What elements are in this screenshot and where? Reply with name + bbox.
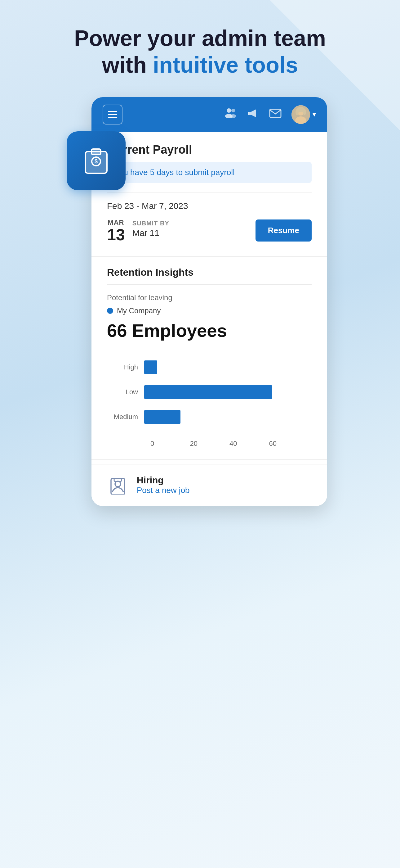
chart-label-medium: Medium xyxy=(110,413,144,421)
submit-label: SUBMIT BY xyxy=(132,220,169,227)
svg-marker-8 xyxy=(249,109,256,117)
svg-point-6 xyxy=(231,108,235,113)
employee-count: 66 Employees xyxy=(107,320,312,341)
payroll-alert: You have 5 days to submit payroll xyxy=(107,162,312,183)
bar-high xyxy=(144,361,157,374)
card-container: $ xyxy=(73,97,327,506)
bar-low xyxy=(144,385,272,399)
payroll-date-range: Feb 23 - Mar 7, 2023 xyxy=(107,201,312,211)
bar-wrapper-medium xyxy=(144,410,308,424)
x-label-20: 20 xyxy=(190,440,230,448)
hiring-row: Hiring Post a new job xyxy=(107,474,312,496)
payroll-alert-text: You have 5 days to submit payroll xyxy=(114,168,304,177)
hero-line1: Power your admin team xyxy=(74,26,326,51)
hiring-title: Hiring xyxy=(137,475,190,486)
x-label-60: 60 xyxy=(269,440,309,448)
hero-line2: with xyxy=(102,53,153,77)
potential-label: Potential for leaving xyxy=(107,293,312,302)
svg-point-18 xyxy=(115,481,121,487)
main-card: ▾ Current Payroll You have 5 days to sub… xyxy=(92,97,327,506)
retention-section: Retention Insights Potential for leaving… xyxy=(92,256,327,460)
chart-row-medium: Medium xyxy=(110,410,308,424)
mail-icon[interactable] xyxy=(269,108,281,121)
bar-medium xyxy=(144,410,180,424)
date-number: MAR 13 xyxy=(107,219,125,243)
chart-label-low: Low xyxy=(110,388,144,396)
svg-rect-19 xyxy=(114,478,122,482)
payroll-title: Current Payroll xyxy=(107,143,312,156)
company-indicator: My Company xyxy=(107,306,312,315)
submit-info: SUBMIT BY Mar 11 xyxy=(132,219,169,238)
retention-body: Potential for leaving My Company 66 Empl… xyxy=(92,285,327,460)
people-icon[interactable] xyxy=(225,107,237,122)
chart-row-low: Low xyxy=(110,385,308,399)
chart-x-axis: 0 20 40 60 xyxy=(151,435,308,448)
svg-rect-1 xyxy=(92,149,101,155)
svg-text:$: $ xyxy=(95,158,98,164)
hiring-section: Hiring Post a new job xyxy=(92,464,327,506)
hero-accent: intuitive tools xyxy=(153,53,298,77)
hamburger-button[interactable] xyxy=(103,104,123,124)
header-bar: ▾ xyxy=(92,97,327,132)
hamburger-line xyxy=(108,117,117,118)
payroll-dates: Feb 23 - Mar 7, 2023 MAR 13 SUBMIT BY Ma… xyxy=(92,192,327,252)
chart-row-high: High xyxy=(110,361,308,374)
resume-button[interactable]: Resume xyxy=(256,219,312,242)
avatar-container[interactable]: ▾ xyxy=(292,105,316,124)
payroll-meta: MAR 13 SUBMIT BY Mar 11 xyxy=(107,219,169,243)
retention-header: Retention Insights xyxy=(92,257,327,284)
post-new-job-link[interactable]: Post a new job xyxy=(137,486,190,495)
hero-heading: Power your admin team with intuitive too… xyxy=(74,25,326,79)
header-icons: ▾ xyxy=(225,105,316,124)
payroll-section: Current Payroll You have 5 days to submi… xyxy=(92,132,327,192)
chart-divider xyxy=(107,351,312,351)
svg-point-15 xyxy=(296,109,299,115)
bar-wrapper-high xyxy=(144,361,308,374)
x-label-40: 40 xyxy=(229,440,269,448)
hamburger-line xyxy=(108,111,117,112)
date-month: MAR xyxy=(108,219,124,227)
submit-date: Mar 11 xyxy=(132,228,169,238)
x-label-0: 0 xyxy=(151,440,190,448)
avatar-dropdown-arrow: ▾ xyxy=(312,111,316,119)
hamburger-line xyxy=(108,114,117,115)
retention-title: Retention Insights xyxy=(107,267,312,278)
svg-point-7 xyxy=(230,114,236,118)
svg-point-4 xyxy=(227,108,231,113)
payroll-floating-icon: $ xyxy=(67,131,126,190)
hiring-info: Hiring Post a new job xyxy=(137,475,190,495)
avatar xyxy=(292,105,310,124)
company-name: My Company xyxy=(117,306,161,315)
payroll-row: MAR 13 SUBMIT BY Mar 11 Resume xyxy=(107,219,312,243)
megaphone-icon[interactable] xyxy=(247,107,259,122)
bar-chart: High Low Medium xyxy=(107,361,312,451)
date-day: 13 xyxy=(107,227,125,243)
svg-point-16 xyxy=(303,109,306,115)
hiring-icon-wrap xyxy=(107,474,129,496)
hiring-icon xyxy=(108,476,127,495)
svg-rect-10 xyxy=(270,109,281,117)
company-dot xyxy=(107,308,113,314)
card-content: Current Payroll You have 5 days to submi… xyxy=(92,132,327,506)
bar-wrapper-low xyxy=(144,385,308,399)
chart-label-high: High xyxy=(110,363,144,371)
